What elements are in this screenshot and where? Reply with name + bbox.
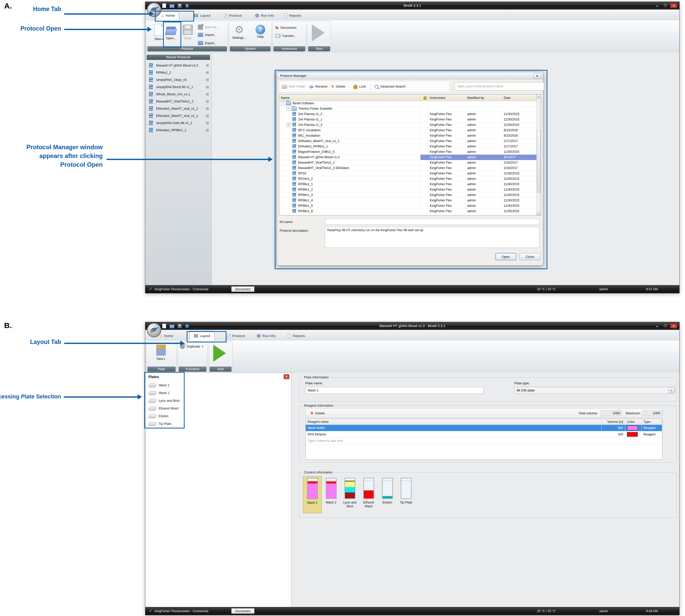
annotation-arrow bbox=[64, 396, 138, 398]
plate-name-input[interactable]: Wash 1 bbox=[305, 387, 483, 394]
pin-icon[interactable] bbox=[205, 85, 209, 89]
start-run-button[interactable] bbox=[312, 25, 324, 41]
pin-icon[interactable] bbox=[205, 128, 209, 132]
bindit-window-b: Maxwell HT gDNA Blood v1.0 - BindIt 3.3.… bbox=[145, 322, 680, 615]
tab-layout[interactable]: Layout bbox=[191, 12, 213, 19]
ribbon-group-start: Start bbox=[208, 341, 233, 373]
column-type[interactable]: Type bbox=[642, 419, 662, 425]
new-document-icon[interactable] bbox=[162, 3, 166, 8]
recent-protocol-item[interactable]: KFFlex DNAelect_MaxHT_viral_v1_1 bbox=[145, 112, 211, 119]
save-protocol-button[interactable]: Save bbox=[181, 24, 195, 40]
start-run-button[interactable] bbox=[213, 345, 226, 361]
plates-panel-close-icon[interactable] bbox=[284, 374, 289, 379]
annotation-box-layout-tab bbox=[187, 331, 226, 343]
recent-protocol-item[interactable]: KFFlex MaxwellHT_ViralTNAv1_2 bbox=[145, 98, 211, 105]
tube-graphic bbox=[307, 478, 318, 499]
column-reagent-name[interactable]: Reagent name bbox=[306, 419, 601, 425]
pin-icon[interactable] bbox=[205, 71, 209, 75]
help-icon[interactable] bbox=[185, 4, 189, 8]
open-file-icon[interactable] bbox=[169, 4, 174, 8]
disconnect-button[interactable]: Disconnect bbox=[275, 25, 296, 30]
plate-information-section: Plate information Plate name: Wash 1 Pla… bbox=[299, 377, 677, 401]
window-title: BindIt 3.3.1 bbox=[145, 2, 679, 9]
export-button[interactable]: Export... bbox=[198, 41, 217, 45]
save-icon[interactable] bbox=[178, 324, 182, 328]
recent-protocol-item[interactable]: KFFlex simplyRNA_24wp_v0 bbox=[145, 76, 211, 84]
kingfisher-flex-icon: KFFlex bbox=[148, 91, 154, 97]
pin-icon[interactable] bbox=[205, 121, 209, 125]
recent-protocol-item[interactable]: KFFlex DNAelect_RP96v1_1 bbox=[145, 127, 211, 134]
status-disconnect-button[interactable]: Disconnect bbox=[231, 608, 254, 614]
pin-icon[interactable] bbox=[205, 107, 209, 111]
pin-icon[interactable] bbox=[205, 114, 209, 118]
plate-thumbnail[interactable]: Lysis andBind bbox=[340, 476, 359, 508]
minimize-button[interactable] bbox=[654, 3, 660, 7]
tab-protocol[interactable]: Protocol bbox=[224, 332, 248, 339]
ribbon-tab-bar: Home Layout Protocol Run Info Reports bbox=[145, 9, 679, 21]
color-swatch[interactable] bbox=[627, 432, 638, 437]
help-button[interactable]: Help bbox=[253, 24, 268, 39]
pin-icon[interactable] bbox=[205, 92, 209, 96]
import-button[interactable]: Import... bbox=[198, 33, 217, 37]
pin-icon[interactable] bbox=[205, 78, 209, 82]
pin-icon[interactable] bbox=[205, 100, 209, 104]
tab-run-info[interactable]: Run Info bbox=[253, 12, 276, 19]
transfer-button[interactable]: Transfer... bbox=[275, 34, 296, 38]
plate-thumbnail[interactable]: Tip Plate bbox=[397, 476, 415, 505]
recent-protocol-item[interactable]: KFFlex RP96v2_2 bbox=[145, 69, 211, 76]
recent-protocols-panel: Recent Protocols KFFlex Maxwell HT gDNA … bbox=[145, 53, 211, 287]
reagent-row[interactable]: Wash Buffer 900 Reagent bbox=[306, 425, 662, 431]
tab-run-info[interactable]: Run Info bbox=[254, 332, 278, 339]
new-plate-button[interactable]: New bbox=[154, 344, 168, 361]
column-volume[interactable]: Volume [ul] bbox=[601, 419, 625, 425]
close-button[interactable] bbox=[670, 3, 677, 8]
add-reagent-placeholder-row[interactable]: Type a name to add new... bbox=[306, 438, 662, 444]
reagent-table: Reagent name Volume [ul] Color Type Wash… bbox=[305, 419, 662, 460]
group-label-plate: Plate bbox=[147, 367, 176, 372]
column-color[interactable]: Color bbox=[625, 419, 642, 425]
tab-reports[interactable]: Reports bbox=[281, 12, 304, 19]
annotation-manager-note: Protocol Manager window appears after cl… bbox=[26, 143, 103, 169]
plate-name-label: Plate name: bbox=[305, 381, 323, 385]
help-icon[interactable] bbox=[185, 324, 189, 328]
minimize-button[interactable] bbox=[654, 324, 660, 328]
maximum-label: Maximum: bbox=[626, 411, 641, 415]
tab-protocol[interactable]: Protocol bbox=[221, 12, 245, 19]
disconnect-icon bbox=[275, 25, 279, 30]
new-document-icon[interactable] bbox=[162, 324, 166, 328]
panel-b-tag: B. bbox=[4, 321, 12, 330]
annotation-arrow bbox=[64, 13, 150, 15]
open-file-icon[interactable] bbox=[169, 325, 174, 328]
pin-icon[interactable] bbox=[205, 63, 209, 68]
plate-thumbnail[interactable]: EthanolWash bbox=[359, 476, 378, 508]
group-label-protocol: Protocol bbox=[147, 46, 227, 51]
recent-protocol-item[interactable]: KFFlex simplyRNA Blood 96 v1_1 bbox=[145, 84, 211, 91]
recent-protocol-item[interactable]: KFFlex DNAelect_MaxHT_viral_v1_2 bbox=[145, 105, 211, 112]
save-as-button[interactable]: Save As... bbox=[198, 25, 219, 29]
recent-protocol-item[interactable]: KFFlex Whole_Blood_1ml_v1.1 bbox=[145, 91, 211, 98]
recent-protocol-item[interactable]: KFFlex Maxwell HT gDNA Blood v1.0 bbox=[145, 62, 211, 69]
settings-button[interactable]: Settings... bbox=[232, 24, 247, 40]
tab-reports[interactable]: Reports bbox=[285, 332, 307, 339]
plate-thumbnail[interactable]: Wash 1 bbox=[303, 476, 322, 513]
kingfisher-flex-icon: KFFlex bbox=[148, 127, 154, 133]
save-icon[interactable] bbox=[178, 4, 182, 8]
status-disconnect-button[interactable]: Disconnect bbox=[231, 286, 254, 292]
protocol-icon bbox=[224, 14, 227, 18]
annotation-box-protocol-manager bbox=[275, 70, 547, 269]
plate-thumbnail[interactable]: Elution bbox=[378, 476, 397, 505]
plate-type-select[interactable]: 96 DW plate bbox=[514, 387, 675, 394]
recent-protocol-item[interactable]: KFFlex simplyRNA Cells 96 v1_1 bbox=[145, 119, 211, 127]
restore-button[interactable] bbox=[662, 3, 668, 7]
restore-button[interactable] bbox=[662, 324, 668, 328]
color-swatch[interactable] bbox=[627, 426, 638, 430]
plate-thumbnail[interactable]: Wash 2 bbox=[322, 476, 340, 505]
tube-label: Elution bbox=[383, 501, 392, 505]
annotation-box-open-button bbox=[163, 22, 181, 47]
new-plate-icon bbox=[156, 345, 166, 355]
reagent-row[interactable]: 50% Ethanol 100 Reagent bbox=[306, 431, 662, 438]
dropdown-arrow-button[interactable] bbox=[668, 388, 674, 393]
close-button[interactable] bbox=[670, 324, 677, 328]
recent-protocol-label: simplyRNA Blood 96 v1_1 bbox=[156, 85, 203, 89]
reagent-delete-button[interactable]: Delete bbox=[308, 410, 327, 416]
